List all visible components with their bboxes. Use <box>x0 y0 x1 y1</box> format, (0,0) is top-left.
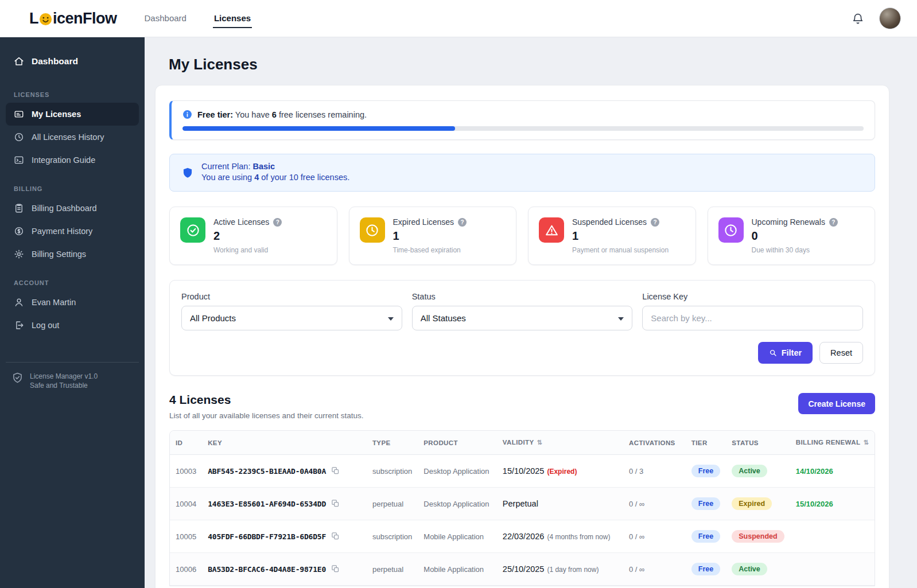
filter-panel: Product All Products Status All Statuses… <box>169 280 875 376</box>
help-icon[interactable] <box>273 218 282 227</box>
status-badge: Active <box>732 465 767 477</box>
topnav-dashboard[interactable]: Dashboard <box>143 9 188 28</box>
sidebar-item-dashboard[interactable]: Dashboard <box>6 50 139 73</box>
search-icon <box>769 349 777 357</box>
logo-text-prefix: L <box>29 10 38 28</box>
table-row: 10006 BA53D2-BFCAC6-4D4A8E-9871E0 perpet… <box>170 553 875 586</box>
logout-icon <box>14 320 24 330</box>
cell-activations: 0 / ∞ <box>623 520 686 553</box>
status-badge: Suspended <box>732 530 784 543</box>
stat-desc: Payment or manual suspension <box>572 246 669 254</box>
sidebar-label: Log out <box>32 321 59 330</box>
sidebar-footer: License Manager v1.0 Safe and Trustable <box>6 362 139 390</box>
current-plan-banner: Current Plan: Basic You are using 4 of y… <box>169 154 875 192</box>
sidebar-label: Billing Dashboard <box>32 204 97 213</box>
cell-validity: Perpetual <box>497 488 623 520</box>
cell-type: perpetual <box>367 553 418 586</box>
validity-note: (Expired) <box>547 468 577 476</box>
cell-id: 10004 <box>170 488 202 520</box>
product-select-wrap: All Products <box>181 306 402 330</box>
smiley-logo-icon <box>39 13 52 26</box>
sort-icon[interactable] <box>863 439 869 446</box>
reset-button[interactable]: Reset <box>819 342 863 364</box>
sidebar-item-payment-history[interactable]: Payment History <box>6 220 139 243</box>
logo-text-suffix: icenFlow <box>53 10 117 28</box>
cell-activations: 0 / 3 <box>623 455 686 488</box>
col-activations: ACTIVATIONS <box>623 431 686 455</box>
warning-triangle-icon <box>539 217 564 243</box>
app-window: L icenFlow Dashboard Licenses Dashboard … <box>0 0 917 588</box>
free-tier-progress <box>182 126 864 131</box>
filter-button[interactable]: Filter <box>758 342 813 364</box>
col-type: TYPE <box>367 431 418 455</box>
logo[interactable]: L icenFlow <box>29 10 117 28</box>
shield-icon <box>182 167 193 178</box>
sidebar-label: Billing Settings <box>32 250 86 259</box>
bell-icon[interactable] <box>852 12 864 25</box>
cell-billing-renewal: 14/10/2026 <box>790 455 875 488</box>
cell-id: 10003 <box>170 455 202 488</box>
sidebar: Dashboard LICENSES My Licenses All Licen… <box>0 37 145 588</box>
cell-product: Desktop Application <box>418 455 497 488</box>
col-key: KEY <box>202 431 367 455</box>
free-tier-text: Free tier: You have 6 free licenses rema… <box>197 110 367 119</box>
cell-activations: 0 / ∞ <box>623 488 686 520</box>
stat-label: Active Licenses <box>213 217 269 227</box>
copy-icon[interactable] <box>331 532 340 540</box>
tier-badge: Free <box>691 563 720 575</box>
sidebar-item-all-licenses-history[interactable]: All Licenses History <box>6 126 139 149</box>
status-select[interactable]: All Statuses <box>412 306 633 330</box>
sidebar-item-my-licenses[interactable]: My Licenses <box>6 103 139 126</box>
cell-billing-renewal <box>790 553 875 586</box>
sidebar-item-billing-dashboard[interactable]: Billing Dashboard <box>6 197 139 220</box>
sidebar-label: Integration Guide <box>32 155 95 165</box>
cell-tier: Free <box>686 553 726 586</box>
home-icon <box>14 56 24 67</box>
footer-tagline: Safe and Trustable <box>30 381 98 390</box>
col-validity[interactable]: VALIDITY <box>497 431 623 455</box>
col-tier: TIER <box>686 431 726 455</box>
avatar[interactable] <box>879 7 901 29</box>
sort-icon[interactable] <box>537 439 543 446</box>
stat-desc: Due within 30 days <box>752 246 810 254</box>
cell-validity: 25/10/2025(1 day from now) <box>497 553 623 586</box>
topnav-licenses[interactable]: Licenses <box>213 9 252 28</box>
list-title: 4 Licenses <box>169 393 363 407</box>
copy-icon[interactable] <box>331 466 340 475</box>
clipboard-icon <box>14 203 24 213</box>
stat-value: 2 <box>213 229 282 243</box>
tier-badge: Free <box>691 497 720 510</box>
sidebar-label: My Licenses <box>32 110 81 119</box>
product-select[interactable]: All Products <box>181 306 402 330</box>
dollar-circle-icon <box>14 226 24 236</box>
sidebar-label: Payment History <box>32 227 92 236</box>
sidebar-item-integration-guide[interactable]: Integration Guide <box>6 149 139 172</box>
col-billing-renewal[interactable]: BILLING RENEWAL <box>790 431 875 455</box>
sidebar-item-logout[interactable]: Log out <box>6 314 139 337</box>
sidebar-item-user[interactable]: Evan Martin <box>6 291 139 314</box>
copy-icon[interactable] <box>331 499 340 508</box>
stat-value: 1 <box>393 229 467 243</box>
stats-row: Active Licenses 2 Working and valid Expi… <box>169 207 875 265</box>
stat-value: 1 <box>572 229 669 243</box>
create-license-button[interactable]: Create License <box>798 393 875 414</box>
help-icon[interactable] <box>829 218 838 227</box>
cell-billing-renewal <box>790 520 875 553</box>
licenses-table: ID KEY TYPE PRODUCT VALIDITY ACTIVATIONS… <box>170 431 875 586</box>
product-filter-label: Product <box>181 292 402 301</box>
col-id: ID <box>170 431 202 455</box>
license-key: BA53D2-BFCAC6-4D4A8E-9871E0 <box>208 565 326 574</box>
sidebar-item-billing-settings[interactable]: Billing Settings <box>6 243 139 266</box>
sidebar-label: Dashboard <box>32 56 78 67</box>
validity-note: (1 day from now) <box>547 566 599 574</box>
content-panel: Free tier: You have 6 free licenses rema… <box>155 85 889 588</box>
copy-icon[interactable] <box>331 564 340 573</box>
help-icon[interactable] <box>458 218 467 227</box>
footer-version: License Manager v1.0 <box>30 372 98 381</box>
license-key: ABF545-2239C5-B1EAAD-0A4B0A <box>208 467 326 476</box>
cell-key: BA53D2-BFCAC6-4D4A8E-9871E0 <box>202 553 367 586</box>
help-icon[interactable] <box>651 218 659 227</box>
status-select-wrap: All Statuses <box>412 306 633 330</box>
cell-product: Mobile Application <box>418 520 497 553</box>
license-key-search-input[interactable] <box>642 306 863 330</box>
